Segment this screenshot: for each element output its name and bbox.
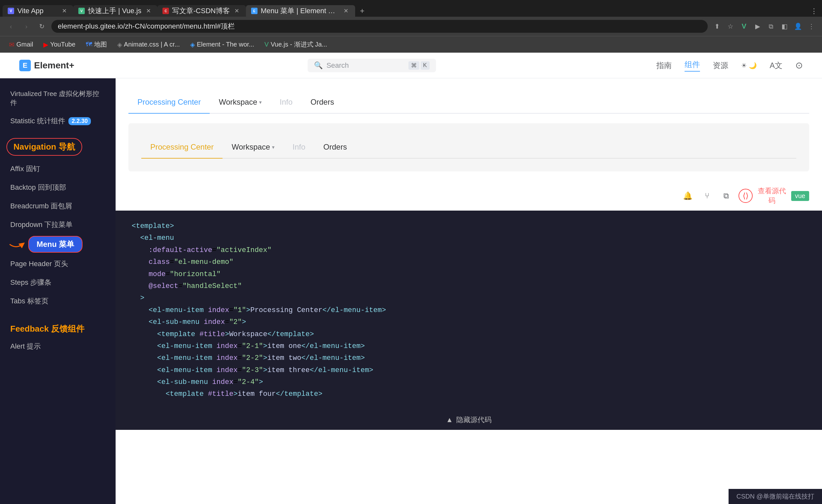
code-line-1: <template> [132,220,806,232]
sidebar-item-virtualized-tree[interactable]: Virtualized Tree 虚拟化树形控件 [0,85,115,112]
code-line-4: class="el-menu-demo" [132,256,806,268]
screencast-icon[interactable]: ▶ [752,21,763,32]
address-bar-row: ‹ › ↻ ⬆ ☆ V ▶ ⧉ ◧ 👤 ⋮ [0,17,822,36]
nav-components[interactable]: 组件 [685,59,700,72]
github-icon[interactable]: ⊙ [795,60,803,71]
navigation-section-label: Navigation 导航 [13,142,75,151]
demo1-processing-center-label: Processing Center [137,98,201,106]
sidebar-item-page-header[interactable]: Page Header 页头 [0,255,115,273]
demo1-workspace-label: Workspace [219,98,257,107]
bookmark-maps[interactable]: 🗺 地图 [82,39,111,50]
extensions-icon[interactable]: ⧉ [766,21,776,32]
animate-favicon: ◈ [117,41,122,48]
feedback-section-label: Feedback 反馈组件 [0,317,115,337]
tab-close-vue[interactable]: ✕ [144,7,152,15]
code-line-13: <el-menu-item index="2-3">item three</el… [132,364,806,376]
navigation-section-highlight: Navigation 导航 [6,138,82,156]
view-source-label: 查看源代码 [758,186,786,205]
sidebar-item-tabs-label: Tabs 标签页 [10,296,48,306]
new-tab-button[interactable]: + [356,5,368,17]
tab-csdn[interactable]: C 写文章-CSDN博客 ✕ [157,5,246,17]
sidebar-item-dropdown[interactable]: Dropdown 下拉菜单 [0,215,115,234]
code-line-10: <template #title>Workspace</template> [132,329,806,340]
code-line-6: @select="handleSelect" [132,280,806,292]
demo1-info: Info [271,91,302,114]
tab-menu-button[interactable]: ⋮ [809,6,819,17]
tab-vue[interactable]: V 快速上手 | Vue.js ✕ [73,5,157,17]
profile-icon[interactable]: 👤 [792,21,803,32]
main-area: Virtualized Tree 虚拟化树形控件 Statistic 统计组件 … [0,78,822,504]
shortcut-cmd: ⌘ [408,61,419,70]
back-button[interactable]: ‹ [5,21,17,32]
forward-button[interactable]: › [21,21,32,32]
bookmark-gmail[interactable]: ✉ Gmail [5,39,37,50]
demo2-workspace[interactable]: Workspace ▾ [223,136,284,158]
tab-close-element[interactable]: ✕ [342,7,350,15]
logo-area[interactable]: E Element+ [19,60,74,71]
sidebar-toggle-icon[interactable]: ◧ [779,21,790,32]
shortcut-k: K [421,61,430,70]
code-line-7: > [132,292,806,304]
search-box[interactable]: 🔍 Search ⌘ K [308,59,436,72]
nav-guide[interactable]: 指南 [656,60,672,71]
vite-favicon: V [8,8,14,14]
sidebar-item-alert[interactable]: Alert 提示 [0,337,115,356]
demo2-info: Info [284,136,314,158]
code-line-2: <el-menu [132,232,806,244]
bookmark-element[interactable]: ◈ Element - The wor... [186,39,258,50]
gmail-favicon: ✉ [9,41,14,48]
demo2-orders[interactable]: Orders [314,136,356,158]
maps-favicon: 🗺 [86,41,92,48]
sidebar-item-backtop-label: Backtop 回到顶部 [10,183,66,192]
vuejs-bm-favicon: V [265,41,269,48]
tab-close-csdn[interactable]: ✕ [233,7,241,15]
tab-vite[interactable]: V Vite App ✕ [3,5,73,17]
sidebar-item-steps[interactable]: Steps 步骤条 [0,273,115,292]
hide-code-bar[interactable]: ▲ 隐藏源代码 [115,410,822,430]
sidebar-item-breadcrumb[interactable]: Breadcrumb 面包屑 [0,197,115,215]
demo1-orders[interactable]: Orders [302,91,343,114]
copy2-icon[interactable]: ⧉ [719,189,733,203]
bookmark-vuejs[interactable]: V Vue.js - 渐进式 Ja... [261,39,331,50]
bookmark-animate[interactable]: ◈ Animate.css | A cr... [113,39,184,50]
bookmark-animate-label: Animate.css | A cr... [124,41,180,48]
translate-icon[interactable]: A文 [770,60,783,71]
reload-button[interactable]: ↻ [36,21,47,32]
demo2-processing-center[interactable]: Processing Center [141,136,223,158]
sidebar-item-page-header-label: Page Header 页头 [10,259,68,269]
tab-close-vite[interactable]: ✕ [60,7,68,15]
nav-resources[interactable]: 资源 [713,60,728,71]
bookmark-element-label: Element - The wor... [197,41,254,48]
sidebar-item-steps-label: Steps 步骤条 [10,278,51,287]
csdn-favicon: C [162,8,169,14]
youtube-favicon: ▶ [43,41,48,48]
sidebar-item-statistic[interactable]: Statistic 统计组件 2.2.30 [0,112,115,130]
view-source-area[interactable]: 查看源代码 [758,186,786,205]
code-block: <template> <el-menu :default-active="act… [115,210,822,410]
sidebar-item-tabs[interactable]: Tabs 标签页 [0,292,115,311]
sidebar-arrow-icon [6,239,26,249]
tab-element[interactable]: E Menu 菜单 | Element Plus ✕ [246,5,355,17]
theme-toggle[interactable]: ☀ 🌙 [741,62,757,69]
sidebar-item-menu-circle[interactable]: Menu 菜单 [28,236,82,253]
code-expand-icon[interactable]: ⟨⟩ [739,189,753,203]
demo2-orders-label: Orders [323,142,347,151]
vue-devtools-icon[interactable]: V [739,21,749,32]
sidebar-item-backtop[interactable]: Backtop 回到顶部 [0,178,115,197]
browser-chrome: V Vite App ✕ V 快速上手 | Vue.js ✕ C 写文章-CSD… [0,0,822,53]
logo-icon: E [19,60,31,71]
demo1-workspace[interactable]: Workspace ▾ [210,91,271,114]
demo1-processing-center[interactable]: Processing Center [128,91,210,114]
share-icon[interactable]: ⬆ [712,21,723,32]
content-area: Processing Center Workspace ▾ Info Order… [115,78,822,504]
sidebar-item-affix[interactable]: Affix 固钉 [0,159,115,178]
code-line-5: mode="horizontal" [132,269,806,280]
sidebar-item-menu-container: Menu 菜单 [0,234,115,255]
demo2-info-label: Info [293,142,305,151]
copy-icon[interactable]: 🔔 [681,189,695,203]
bookmark-icon[interactable]: ☆ [725,21,736,32]
fork-icon[interactable]: ⑂ [700,189,714,203]
address-input[interactable] [51,20,708,33]
menu-icon[interactable]: ⋮ [806,21,817,32]
bookmark-youtube[interactable]: ▶ YouTube [39,39,79,50]
